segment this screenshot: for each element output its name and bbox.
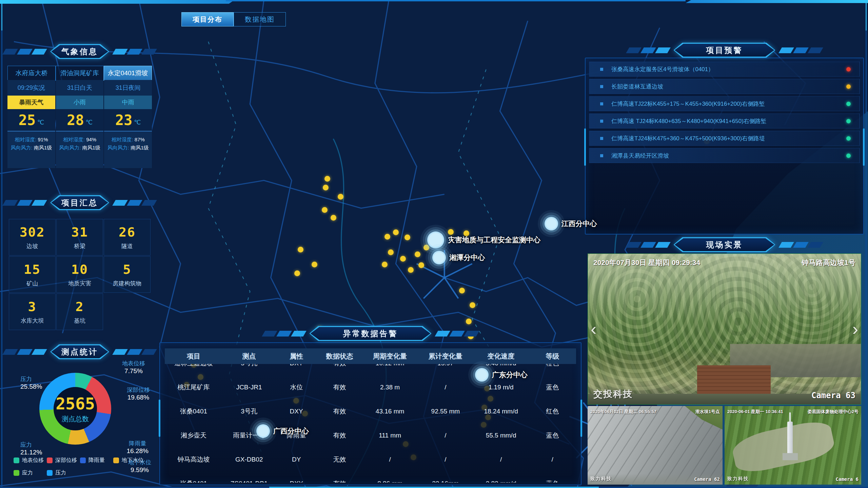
temperature-value: 25 [18, 112, 36, 128]
weather-site-tab[interactable]: 永定0401滑坡 [104, 66, 152, 81]
cell-total-change: / [418, 432, 473, 439]
cell-level: / [529, 456, 576, 463]
donut-chart: 2565 测点总数 [39, 373, 111, 445]
weather-temperature: 23 ℃ [104, 109, 152, 131]
legend-label: 降雨量 [88, 457, 105, 464]
main-camera-feed[interactable]: 2020年07月30日 星期四 09:29:34 钟马路高边坡1号 交投科技 C… [588, 253, 861, 405]
legend-item[interactable]: 地下水位 [113, 457, 146, 464]
camera-id: Camera 6 [836, 476, 859, 482]
legend-item[interactable]: 压力 [47, 469, 80, 476]
cell-point: JCB-JR1 [222, 384, 276, 391]
next-camera-arrow-icon[interactable]: › [852, 320, 858, 338]
warning-label: 张桑高速永定服务区4号滑坡体（0401） [611, 65, 846, 73]
cell-cycle-change: 2.38 m [362, 384, 418, 391]
cell-project: 湘乡壶天 [165, 431, 222, 440]
summary-stat-cell: 3 水库大坝 [9, 293, 56, 330]
weather-details: 相对湿度: 87% 风向风力: 南风1级 [104, 131, 152, 168]
camera-location: 泄水坝1号点 [695, 409, 720, 415]
abnormal-data-panel: 异常数据告警 项目测点属性数据状态周期变化量累计变化量变化速度等级 道林互通边坡… [159, 326, 581, 485]
legend-item[interactable]: 应力 [14, 469, 47, 476]
weather-period: 31日夜间 [104, 80, 152, 96]
table-header-cell: 等级 [529, 352, 576, 361]
cell-total-change: 92.55 mm [418, 408, 473, 415]
map-view-tab[interactable]: 项目分布 [181, 12, 234, 26]
warning-row[interactable]: 长韶娄道林互通边坡 [589, 79, 860, 94]
summary-stat-cell: 2 基坑 [56, 293, 103, 330]
wind-value: 南风1级 [82, 145, 100, 150]
legend-item[interactable]: 深部位移 [47, 457, 80, 464]
stat-value: 15 [24, 262, 41, 277]
weather-column: 09:29实况 暴雨天气 25 ℃ 相对湿度: 91% 风向风力: 南风1级 [7, 80, 55, 168]
cell-status: 有效 [317, 407, 362, 416]
title-deco-left-icon [628, 242, 669, 248]
monitor-point-marker[interactable] [405, 235, 410, 240]
warning-row[interactable]: 湘潭县天易经开区滑坡 [589, 148, 860, 163]
wind-value: 南风1级 [131, 145, 149, 150]
bullet-icon [600, 120, 603, 123]
cell-attr: DXY [276, 408, 317, 415]
title-deco-left-icon [263, 331, 305, 337]
table-row[interactable]: 钟马高边坡 GX-DB02 DY 无效 / / / / [165, 447, 576, 471]
prev-camera-arrow-icon[interactable]: ‹ [591, 320, 596, 338]
warning-label: 仁博高速TJ22标K455+175～K455+360(K916+200)右侧路堑 [611, 100, 846, 108]
warning-row[interactable]: 仁博高速 TJ24标K480+635～K480+940(K941+650)右侧路… [589, 114, 860, 128]
bullet-icon [600, 137, 603, 140]
warning-label: 湘潭县天易经开区滑坡 [611, 152, 846, 160]
legend-item[interactable]: 地表位移 [14, 457, 47, 464]
donut-center: 2565 测点总数 [54, 387, 97, 430]
table-row[interactable]: 张桑0401 3号孔 DXY 有效 43.16 mm 92.55 mm 18.2… [165, 399, 576, 423]
monitor-point-marker[interactable] [298, 247, 303, 252]
table-row[interactable]: 张桑0401 ZS0401-DB1 DXY 有效 8.86 mm 23.16mm… [165, 471, 576, 483]
camera-id: Camera 62 [694, 476, 720, 482]
summary-stat-cell: 26 隧道 [104, 219, 151, 256]
cell-attr: DXY [276, 480, 317, 483]
summary-stat-cell: 302 边坡 [9, 219, 56, 256]
warning-row[interactable]: 仁博高速TJ24标K475+360～K475+500(K936+300)右侧路堤 [589, 131, 860, 146]
monitor-point-marker[interactable] [323, 185, 329, 190]
camera-location: 娄底固体废物处理中心2号 [808, 409, 859, 415]
stat-label: 矿山 [26, 280, 38, 287]
alerts-table-header: 项目测点属性数据状态周期变化量累计变化量变化速度等级 [165, 348, 576, 364]
temperature-unit: ℃ [37, 119, 44, 126]
legend-swatch-icon [47, 458, 53, 463]
weather-condition: 中雨 [104, 96, 152, 109]
table-header-cell: 周期变化量 [362, 352, 418, 361]
map-view-tab[interactable]: 数据地图 [234, 12, 286, 26]
legend-item[interactable]: 降雨量 [80, 457, 113, 464]
monitor-point-marker[interactable] [324, 176, 330, 182]
cell-status: 无效 [317, 455, 362, 464]
alerts-table: 项目测点属性数据状态周期变化量累计变化量变化速度等级 道林互通边坡 5号孔 DX… [165, 348, 576, 483]
cell-speed: 1.19 m/d [473, 384, 529, 391]
monitor-point-marker[interactable] [338, 194, 343, 200]
weather-column: 31日白天 小雨 28 ℃ 相对湿度: 94% 风向风力: 南风1级 [56, 80, 104, 168]
table-header-cell: 属性 [276, 352, 317, 361]
humidity-label: 相对湿度: [15, 137, 36, 142]
weather-tabs: 水府庙大桥滑油洞尾矿库永定0401滑坡 [7, 66, 152, 81]
warning-row[interactable]: 张桑高速永定服务区4号滑坡体（0401） [589, 62, 860, 77]
title-deco-right-icon [114, 49, 155, 55]
cell-attr: DY [276, 456, 317, 463]
monitor-point-marker[interactable] [418, 262, 423, 268]
camera-location: 钟马路高边坡1号 [802, 258, 855, 267]
cell-level: 红色 [529, 407, 576, 416]
weather-details: 相对湿度: 91% 风向风力: 南风1级 [7, 131, 55, 168]
camera-thumbnail[interactable]: 2020-06-01 星期一 10:36:41 娄底固体废物处理中心2号 致力科… [725, 406, 861, 485]
weather-site-tab[interactable]: 水府庙大桥 [7, 66, 56, 81]
panel-title-badge: 异常数据告警 [310, 326, 432, 341]
cell-cycle-change: 111 mm [362, 432, 418, 439]
panel-title-badge: 项目预警 [674, 43, 775, 58]
cell-project: 张桑0401 [165, 479, 222, 483]
warning-row[interactable]: 仁博高速TJ22标K455+175～K455+360(K916+200)右侧路堑 [589, 96, 860, 111]
title-deco-left-icon [4, 49, 45, 55]
weather-site-tab[interactable]: 滑油洞尾矿库 [56, 66, 104, 81]
camera-thumbnail[interactable]: 2020年06月02日 星期二 06:55:57 泄水坝1号点 致力科技 Cam… [588, 406, 723, 485]
stat-label: 边坡 [26, 242, 38, 250]
monitor-point-marker[interactable] [400, 256, 406, 262]
chart-callout: 压力25.58% [20, 375, 42, 390]
table-row[interactable]: 湘乡壶天 雨量计一号 降雨量 有效 111 mm / 55.5 mm/d 蓝色 [165, 423, 576, 447]
bullet-icon [600, 85, 603, 88]
monitor-point-marker[interactable] [294, 270, 300, 276]
cell-status: 有效 [317, 431, 362, 440]
cell-point: GX-DB02 [222, 456, 276, 463]
title-deco-left-icon [4, 200, 45, 206]
